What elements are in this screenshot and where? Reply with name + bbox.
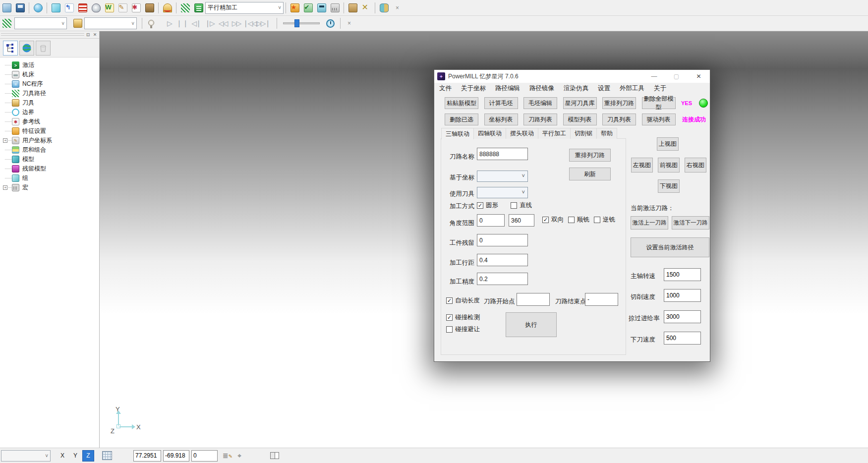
axis-y-button[interactable]: Y: [69, 450, 81, 462]
reorder-toolpaths-button2[interactable]: 重排列刀路: [569, 149, 611, 162]
sim-toolpath-combobox[interactable]: ˅: [14, 17, 67, 29]
rapid-heights-button[interactable]: ↰: [62, 1, 76, 14]
toolpath-button[interactable]: [178, 1, 192, 14]
conventional-mill-checkbox[interactable]: 逆铣: [594, 216, 615, 224]
split-view-icon[interactable]: [270, 452, 279, 459]
menu-render-sim[interactable]: 渲染仿真: [564, 84, 588, 93]
set-active-path-button[interactable]: 设置当前激活路径: [631, 237, 709, 257]
tree-item-nc-programs[interactable]: ≡NC程序: [3, 79, 99, 89]
reorder-toolpaths-button[interactable]: 重排列刀路: [602, 97, 636, 109]
minimize-button[interactable]: —: [643, 70, 665, 83]
edit-toolpath-button[interactable]: ✎: [116, 1, 129, 14]
panel-float-button[interactable]: ⊡: [85, 32, 91, 38]
mode-line-checkbox[interactable]: 直线: [511, 201, 532, 210]
pattern-button[interactable]: ✱: [129, 1, 143, 14]
axis-x-button[interactable]: X: [57, 450, 68, 462]
tree-item-models[interactable]: 模型: [3, 155, 99, 164]
tree-item-machine[interactable]: 机床: [3, 70, 99, 79]
sim-tool-button[interactable]: [71, 17, 84, 30]
angle-start-input[interactable]: [477, 214, 505, 227]
open-project-button[interactable]: [0, 1, 13, 14]
sim-step-back-button[interactable]: ◁❘: [189, 17, 203, 30]
plunge-feed-input[interactable]: [664, 332, 701, 345]
coord-x-input[interactable]: [133, 450, 161, 462]
tree-item-feature-sets[interactable]: 特征设置: [3, 126, 99, 136]
tree-item-workplanes[interactable]: +✎用户坐标系: [3, 136, 99, 145]
model-list-button[interactable]: 模型列表: [563, 114, 597, 125]
tab-parallel[interactable]: 平行加工: [538, 128, 571, 139]
sim-tool-combobox[interactable]: ˅: [84, 17, 137, 29]
tree-item-stock-models[interactable]: 残留模型: [3, 164, 99, 174]
tree-item-activate[interactable]: >激活: [3, 60, 99, 70]
angle-end-input[interactable]: [509, 214, 534, 227]
shading-button[interactable]: [31, 1, 45, 14]
drive-list-button[interactable]: 驱动列表: [642, 114, 676, 125]
collision-avoid-checkbox[interactable]: 碰撞避让: [446, 325, 480, 334]
coord-list-button[interactable]: 坐标列表: [484, 114, 518, 125]
stepover-input[interactable]: [477, 254, 528, 266]
calculator-button[interactable]: [315, 1, 328, 14]
paste-new-model-button[interactable]: 粘贴新模型: [445, 97, 478, 109]
edit-block-button[interactable]: 毛坯编辑: [523, 97, 557, 109]
verify-toolpath-button[interactable]: ✔: [301, 1, 315, 14]
top-view-button[interactable]: 上视图: [657, 137, 679, 151]
use-tool-combobox[interactable]: [477, 187, 528, 198]
strategy-combobox[interactable]: 平行精加工 ˅: [205, 2, 284, 14]
menu-settings[interactable]: 设置: [598, 84, 610, 93]
sim-go-end-button[interactable]: ▷▷❘: [256, 17, 270, 30]
tab-web[interactable]: [19, 41, 34, 56]
sim-clock-button[interactable]: [324, 17, 337, 30]
collision-check-checkbox[interactable]: ✓ 碰撞检测: [446, 313, 480, 322]
based-coord-combobox[interactable]: [477, 171, 528, 182]
tab-tilt-head[interactable]: 摆头联动: [506, 128, 538, 139]
tab-help[interactable]: 帮助: [596, 128, 617, 139]
sim-light-button[interactable]: [144, 17, 158, 30]
sim-toolpath-button[interactable]: [0, 17, 13, 30]
sim-fast-forward-button[interactable]: ▷▷: [230, 17, 243, 30]
tab-4axis[interactable]: 四轴联动: [473, 128, 506, 139]
sim-toolbar-close-button[interactable]: ×: [343, 17, 356, 30]
menu-path-edit[interactable]: 路径编辑: [495, 84, 520, 93]
save-project-button[interactable]: [13, 1, 27, 14]
start-point-button[interactable]: [76, 1, 89, 14]
tree-item-toolpaths[interactable]: 刀具路径: [3, 89, 99, 98]
tool-list-button[interactable]: 刀具列表: [602, 114, 636, 125]
execute-button[interactable]: 执行: [506, 312, 557, 337]
calc-block-button[interactable]: 计算毛坯: [484, 97, 518, 109]
slider-thumb[interactable]: [294, 19, 299, 27]
end-point-input[interactable]: [585, 293, 618, 306]
toolbar-close-button[interactable]: ×: [391, 1, 404, 14]
tool-change-button[interactable]: [346, 1, 359, 14]
panel-grip[interactable]: ⊡ ✕: [0, 31, 99, 39]
tree-item-macros[interactable]: +宏: [3, 183, 99, 192]
menu-about[interactable]: 关于: [654, 84, 666, 93]
feature-button[interactable]: [143, 1, 156, 14]
left-view-button[interactable]: 左视图: [631, 158, 653, 173]
sim-go-start-button[interactable]: ❘◁◁: [243, 17, 256, 30]
menu-external-tools[interactable]: 外部工具: [620, 84, 644, 93]
dialog-titlebar[interactable]: ✦ PowerMILL 忆梦星河 7.0.6 — ▢ ✕: [434, 70, 710, 83]
activate-next-toolpath-button[interactable]: 激活下一刀路: [672, 216, 709, 230]
tool-library-button[interactable]: 星河刀具库: [563, 97, 597, 109]
tab-saw[interactable]: 切割锯: [570, 128, 597, 139]
sim-step-forward-button[interactable]: ❘▷: [203, 17, 216, 30]
start-point-input[interactable]: [517, 293, 550, 306]
transform-button[interactable]: ✕: [359, 1, 373, 14]
tree-item-boundaries[interactable]: 边界: [3, 108, 99, 117]
tab-recycle-bin[interactable]: [36, 41, 51, 56]
tolerance-input[interactable]: [477, 273, 528, 285]
sim-rewind-button[interactable]: ◁◁: [216, 17, 230, 30]
toolpath-list-button[interactable]: 刀路列表: [523, 114, 557, 125]
tree-item-groups[interactable]: 组: [3, 174, 99, 183]
refresh-button[interactable]: 刷新: [569, 168, 611, 180]
delete-all-models-button[interactable]: 删除全部模型: [642, 97, 676, 109]
mode-circle-checkbox[interactable]: ✓ 圆形: [477, 201, 498, 210]
spindle-speed-input[interactable]: [664, 268, 701, 281]
menu-path-mirror[interactable]: 路径镜像: [529, 84, 554, 93]
tab-3axis[interactable]: 三轴联动: [441, 128, 474, 139]
tab-explorer-tree[interactable]: [3, 41, 18, 56]
front-view-button[interactable]: 前视图: [658, 158, 680, 173]
stock-allowance-input[interactable]: [477, 234, 528, 246]
simulate-button[interactable]: [161, 1, 174, 14]
tree-item-patterns[interactable]: ✱参考线: [3, 117, 99, 126]
